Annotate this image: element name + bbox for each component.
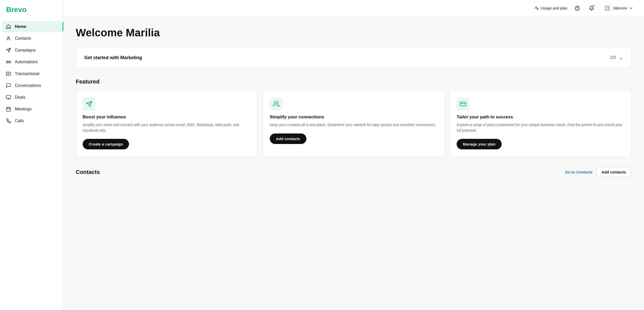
usage-plan-button[interactable]: Usage and plan [534, 6, 567, 11]
svg-point-0 [8, 37, 9, 38]
people-icon [273, 101, 280, 107]
sidebar-item-automations[interactable]: Automations [2, 56, 61, 68]
sidebar: Brevo Home Contacts [0, 0, 63, 310]
svg-rect-6 [7, 107, 10, 111]
feature-card-boost: Boost your influence Amplify your reach … [76, 90, 258, 157]
featured-section-title: Featured [76, 78, 632, 85]
marketing-card-progress: 2/3 [610, 55, 616, 60]
tailor-icon-container [457, 98, 469, 110]
sidebar-item-contacts[interactable]: Contacts [2, 33, 61, 44]
transactional-icon [6, 71, 11, 77]
svg-point-3 [8, 61, 9, 63]
header: Usage and plan Sitecore [63, 0, 644, 16]
contacts-icon [6, 36, 11, 41]
sidebar-item-deals[interactable]: Deals [2, 92, 61, 103]
tailor-card-desc: Explore a range of plans customized for … [457, 122, 625, 133]
go-to-contacts-link[interactable]: Go to Contacts [565, 170, 593, 174]
help-button[interactable] [573, 4, 582, 13]
notification-badge [593, 5, 595, 7]
account-icon [604, 5, 611, 12]
sidebar-item-campaigns-label: Campaigns [15, 48, 36, 53]
contacts-section-header: Contacts Go to Contacts Add contacts [76, 167, 632, 177]
simplify-icon-container [270, 98, 283, 110]
sidebar-item-meetings-label: Meetings [15, 107, 31, 111]
add-contacts-outline-button[interactable]: Add contacts [596, 167, 632, 177]
campaigns-icon [6, 47, 11, 53]
marketing-card-right: 2/3 ⌄ [610, 55, 623, 61]
logo: Brevo [0, 0, 63, 21]
main-content: Usage and plan Sitecore [63, 0, 644, 310]
help-icon [575, 6, 580, 11]
usage-icon [534, 6, 539, 11]
card-icon [460, 101, 466, 107]
sidebar-item-contacts-label: Contacts [15, 36, 31, 41]
tailor-card-title: Tailor your path to success [457, 115, 625, 120]
deals-icon [6, 95, 11, 100]
feature-card-simplify: Simplify your connections Keep your cont… [263, 90, 445, 157]
marketing-card[interactable]: Get started with Marketing 2/3 ⌄ [76, 47, 632, 68]
simplify-card-title: Simplify your connections [270, 115, 438, 120]
sidebar-item-home-label: Home [15, 24, 26, 29]
sidebar-item-deals-label: Deals [15, 95, 25, 100]
contacts-section-actions: Go to Contacts Add contacts [565, 167, 632, 177]
page-body: Welcome Marilia Get started with Marketi… [63, 16, 644, 310]
sidebar-item-conversations[interactable]: Conversations [2, 80, 61, 91]
marketing-card-title: Get started with Marketing [84, 55, 142, 60]
conversations-icon [6, 83, 11, 88]
automations-icon [6, 59, 11, 65]
boost-card-desc: Amplify your reach and connect with your… [83, 122, 251, 133]
sidebar-item-transactional[interactable]: Transactional [2, 68, 61, 79]
sidebar-item-automations-label: Automations [15, 60, 38, 64]
chevron-down-icon: ⌄ [619, 55, 623, 61]
sidebar-item-calls-label: Calls [15, 119, 24, 123]
building-icon [605, 6, 609, 10]
sidebar-item-conversations-label: Conversations [15, 83, 41, 88]
home-icon [6, 24, 11, 29]
sidebar-item-calls[interactable]: Calls [2, 115, 61, 127]
chevron-down-icon [629, 6, 633, 10]
sidebar-item-home[interactable]: Home [2, 21, 61, 32]
notifications-button[interactable] [587, 4, 596, 13]
sidebar-item-transactional-label: Transactional [15, 71, 39, 76]
svg-rect-5 [6, 96, 11, 99]
manage-plan-button[interactable]: Manage your plan [457, 139, 502, 149]
account-name: Sitecore [613, 6, 627, 10]
simplify-card-desc: Keep your contacts all in one place. Str… [270, 122, 438, 128]
logo-text: Brevo [6, 6, 26, 14]
account-menu-button[interactable]: Sitecore [601, 3, 636, 13]
add-contacts-button[interactable]: Add contacts [270, 133, 306, 144]
meetings-icon [6, 106, 11, 112]
page-title: Welcome Marilia [76, 27, 632, 39]
featured-grid: Boost your influence Amplify your reach … [76, 90, 632, 157]
feature-card-tailor: Tailor your path to success Explore a ra… [450, 90, 632, 157]
send-icon [86, 101, 92, 107]
svg-point-15 [274, 101, 276, 104]
contacts-section-title: Contacts [76, 169, 100, 175]
svg-rect-16 [460, 102, 466, 106]
usage-plan-label: Usage and plan [541, 6, 567, 10]
svg-rect-4 [6, 72, 11, 75]
sidebar-item-campaigns[interactable]: Campaigns [2, 45, 61, 56]
sidebar-nav: Home Contacts Campaigns [0, 21, 63, 127]
boost-card-title: Boost your influence [83, 115, 251, 120]
create-campaign-button[interactable]: Create a campaign [83, 139, 129, 149]
boost-icon-container [83, 98, 95, 110]
calls-icon [6, 118, 11, 124]
sidebar-item-meetings[interactable]: Meetings [2, 104, 61, 115]
